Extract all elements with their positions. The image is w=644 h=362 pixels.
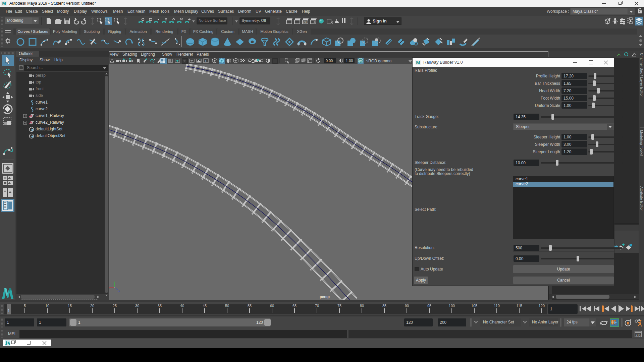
svg-text:IPR: IPR: [303, 21, 307, 23]
svg-text:z: z: [118, 289, 120, 292]
svg-text:T: T: [205, 59, 207, 63]
svg-text:ON: ON: [359, 60, 362, 62]
svg-text:{;}: {;}: [636, 334, 641, 337]
svg-text:y: y: [114, 281, 115, 283]
